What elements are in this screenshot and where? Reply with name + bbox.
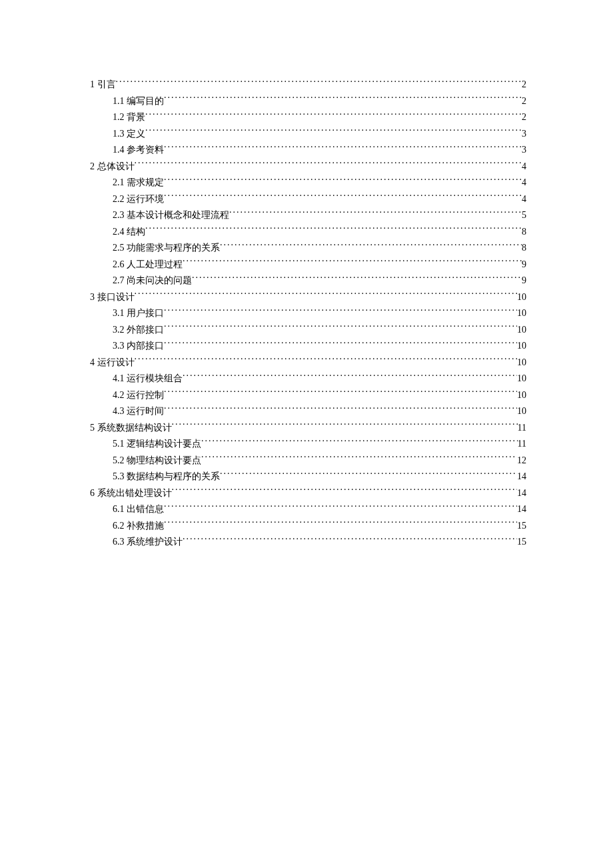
- toc-entry[interactable]: 2.4 结构8: [90, 224, 526, 241]
- toc-entry[interactable]: 1.1 编写目的2: [90, 93, 526, 110]
- toc-entry-title: 6.1 出错信息: [113, 501, 164, 518]
- toc-entry[interactable]: 5.1 逻辑结构设计要点11: [90, 436, 526, 453]
- toc-leader-dots: [172, 421, 518, 431]
- toc-entry-title: 1.3 定义: [113, 126, 145, 143]
- toc-entry-page: 2: [522, 109, 526, 126]
- toc-entry[interactable]: 4.1 运行模块组合10: [90, 371, 526, 387]
- toc-entry-title: 2.3 基本设计概念和处理流程: [113, 207, 229, 224]
- toc-entry-title: 1 引言: [90, 77, 116, 93]
- toc-entry-title: 4.1 运行模块组合: [113, 371, 183, 387]
- toc-entry-title: 5.3 数据结构与程序的关系: [113, 469, 220, 485]
- toc-entry[interactable]: 1.3 定义3: [90, 126, 526, 143]
- toc-entry-title: 3.2 外部接口: [113, 322, 164, 339]
- toc-entry[interactable]: 2.1 需求规定4: [90, 175, 526, 191]
- toc-entry[interactable]: 2.6 人工处理过程9: [90, 257, 526, 273]
- toc-entry-page: 9: [522, 257, 526, 273]
- toc-entry-page: 4: [522, 175, 526, 191]
- toc-entry[interactable]: 2.2 运行环境4: [90, 191, 526, 208]
- toc-entry-title: 5 系统数据结构设计: [90, 420, 172, 437]
- toc-entry-title: 1.4 参考资料: [113, 142, 164, 159]
- toc-entry[interactable]: 2.7 尚未问决的问题9: [90, 273, 526, 289]
- toc-leader-dots: [220, 241, 522, 251]
- toc-leader-dots: [145, 127, 522, 137]
- toc-entry-title: 5.2 物理结构设计要点: [113, 453, 201, 469]
- toc-entry[interactable]: 3.1 用户接口10: [90, 305, 526, 322]
- toc-leader-dots: [192, 274, 522, 283]
- toc-entry-page: 10: [517, 338, 526, 355]
- toc-entry-page: 10: [517, 403, 526, 420]
- toc-entry-page: 11: [518, 436, 526, 453]
- toc-leader-dots: [164, 519, 517, 529]
- toc-entry-title: 1.1 编写目的: [113, 93, 164, 110]
- toc-leader-dots: [183, 258, 522, 267]
- toc-entry[interactable]: 3.2 外部接口10: [90, 322, 526, 339]
- toc-leader-dots: [172, 487, 518, 496]
- toc-entry[interactable]: 1.2 背景2: [90, 109, 526, 126]
- toc-entry-title: 2.7 尚未问决的问题: [113, 273, 192, 289]
- toc-entry-page: 12: [517, 453, 526, 469]
- toc-entry-page: 4: [522, 159, 526, 175]
- toc-entry-title: 3.1 用户接口: [113, 305, 164, 322]
- toc-entry-page: 10: [517, 355, 526, 371]
- toc-leader-dots: [220, 470, 517, 479]
- toc-leader-dots: [164, 193, 522, 202]
- toc-entry-page: 14: [517, 501, 526, 518]
- toc-entry[interactable]: 6.2 补救措施15: [90, 518, 526, 535]
- toc-entry[interactable]: 3.3 内部接口10: [90, 338, 526, 355]
- toc-leader-dots: [201, 454, 517, 463]
- toc-entry[interactable]: 5 系统数据结构设计11: [90, 420, 526, 437]
- toc-entry[interactable]: 4.2 运行控制10: [90, 387, 526, 404]
- toc-entry[interactable]: 1 引言2: [90, 77, 526, 93]
- toc-entry-page: 14: [517, 485, 526, 502]
- toc-entry-page: 11: [518, 420, 526, 437]
- toc-entry-title: 2.6 人工处理过程: [113, 257, 183, 273]
- toc-entry[interactable]: 1.4 参考资料3: [90, 142, 526, 159]
- toc-entry-page: 14: [517, 469, 526, 485]
- toc-entry-page: 10: [517, 289, 526, 306]
- toc-leader-dots: [183, 372, 517, 381]
- toc-leader-dots: [164, 405, 517, 414]
- toc-entry-title: 5.1 逻辑结构设计要点: [113, 436, 201, 453]
- toc-entry[interactable]: 6.1 出错信息14: [90, 501, 526, 518]
- toc-entry[interactable]: 5.2 物理结构设计要点12: [90, 453, 526, 469]
- toc-entry-page: 9: [522, 273, 526, 289]
- toc-entry[interactable]: 2.3 基本设计概念和处理流程5: [90, 207, 526, 224]
- toc-leader-dots: [135, 291, 518, 300]
- toc-entry[interactable]: 6.3 系统维护设计15: [90, 534, 526, 551]
- toc-entry-title: 4.2 运行控制: [113, 387, 164, 404]
- toc-leader-dots: [164, 323, 517, 333]
- toc-entry-page: 8: [522, 240, 526, 257]
- toc-entry-page: 3: [522, 126, 526, 143]
- toc-leader-dots: [164, 95, 522, 104]
- toc-leader-dots: [135, 160, 522, 169]
- toc-entry-page: 8: [522, 224, 526, 241]
- toc-entry[interactable]: 5.3 数据结构与程序的关系14: [90, 469, 526, 485]
- toc-entry-page: 10: [517, 305, 526, 322]
- toc-entry[interactable]: 3 接口设计10: [90, 289, 526, 306]
- toc-entry-title: 6 系统出错处理设计: [90, 485, 172, 502]
- toc-entry-page: 2: [522, 93, 526, 110]
- toc-entry-title: 4.3 运行时间: [113, 403, 164, 420]
- toc-entry[interactable]: 2.5 功能需求与程序的关系8: [90, 240, 526, 257]
- toc-entry-title: 2.5 功能需求与程序的关系: [113, 240, 220, 257]
- toc-entry-title: 4 运行设计: [90, 355, 135, 371]
- toc-entry[interactable]: 4.3 运行时间10: [90, 403, 526, 420]
- toc-entry-title: 6.3 系统维护设计: [113, 534, 183, 551]
- toc-entry-title: 2.2 运行环境: [113, 191, 164, 208]
- toc-entry-title: 3 接口设计: [90, 289, 135, 306]
- toc-entry-page: 10: [517, 387, 526, 404]
- toc-entry[interactable]: 2 总体设计4: [90, 159, 526, 175]
- toc-entry-page: 4: [522, 191, 526, 208]
- toc-entry[interactable]: 4 运行设计10: [90, 355, 526, 371]
- toc-entry-page: 5: [522, 207, 526, 224]
- toc-leader-dots: [116, 78, 522, 87]
- toc-entry-page: 3: [522, 142, 526, 159]
- toc-entry[interactable]: 6 系统出错处理设计14: [90, 485, 526, 502]
- toc-leader-dots: [183, 535, 517, 545]
- toc-leader-dots: [164, 307, 517, 316]
- toc-entry-title: 2.1 需求规定: [113, 175, 164, 191]
- toc-entry-title: 3.3 内部接口: [113, 338, 164, 355]
- toc-leader-dots: [145, 111, 522, 120]
- toc-leader-dots: [164, 389, 517, 398]
- toc-leader-dots: [201, 437, 518, 447]
